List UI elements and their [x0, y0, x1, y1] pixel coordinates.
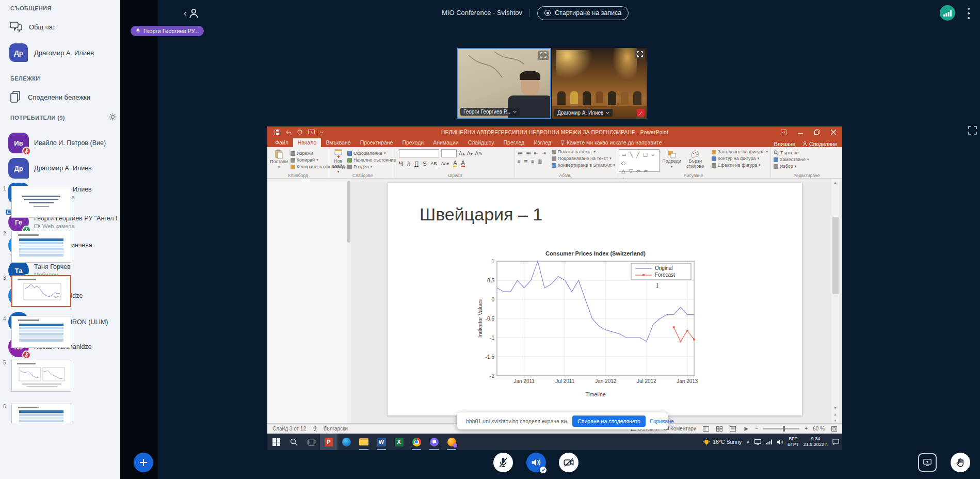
presentation-fullscreen-button[interactable] [968, 126, 977, 137]
audio-button[interactable] [526, 453, 546, 472]
shape-fill-button[interactable]: Запълване на фигура ▾ [712, 149, 768, 154]
reset-button[interactable]: Начално състояние [347, 157, 396, 163]
columns-button[interactable]: ▥ [537, 158, 542, 164]
strikethrough-button[interactable]: S [423, 161, 426, 167]
taskbar-app-excel[interactable]: X [390, 434, 408, 450]
zoom-slider-thumb[interactable] [783, 426, 785, 432]
qat-dropdown-icon[interactable] [320, 131, 324, 134]
action-center-icon[interactable] [832, 439, 839, 445]
webcam-dragomir[interactable]: ⁄ Драгомир А. Илиев [552, 48, 647, 119]
scrollbar-thumb[interactable] [347, 181, 350, 243]
new-slide-button[interactable]: Нов слайд ▾ [332, 149, 345, 173]
ppt-tab-2[interactable]: Вмъкване [321, 138, 355, 147]
indent-increase-button[interactable]: ⇥ [541, 150, 545, 156]
shrink-font-button[interactable]: А▾ [467, 151, 473, 156]
volume-icon[interactable] [777, 439, 783, 445]
user-list-item[interactable]: Ив Ивайло И. Петров (Вие) [0, 131, 120, 155]
taskbar-app-explorer[interactable] [355, 434, 373, 450]
slide-thumbnail-6[interactable] [11, 404, 71, 423]
scroll-up-icon[interactable]: ▲ [833, 181, 837, 184]
slide-thumbnail-3-selected[interactable] [11, 275, 71, 307]
restore-icon[interactable] [814, 130, 820, 135]
font-size-input[interactable] [441, 149, 457, 157]
next-slide-icon[interactable]: ▼ [833, 419, 837, 422]
webcam-fullscreen-button[interactable] [538, 51, 549, 60]
slide-sorter-button[interactable] [715, 425, 724, 433]
layout-button[interactable]: Оформление ▾ [347, 151, 396, 156]
fit-to-window-button[interactable] [830, 425, 838, 433]
taskbar-clock[interactable]: 9:34 21.5.2022 г. [804, 436, 828, 448]
align-right-button[interactable]: ≡ [531, 158, 534, 164]
replace-button[interactable]: Заместване ▾ [774, 157, 809, 162]
select-button[interactable]: Избор ▾ [774, 164, 809, 169]
zoom-in-button[interactable]: + [805, 426, 808, 432]
redo-icon[interactable] [297, 129, 303, 135]
normal-view-button[interactable] [702, 425, 710, 433]
previous-slide-icon[interactable]: ▲ [833, 412, 837, 416]
align-text-button[interactable]: Подравняване на текст ▾ [552, 156, 615, 161]
raise-hand-button[interactable] [951, 453, 970, 472]
change-case-button[interactable]: Аа▾ [441, 161, 449, 166]
ribbon-options-icon[interactable] [781, 130, 786, 135]
webcam-name-dropdown[interactable]: Драгомир А. Илиев [554, 109, 613, 117]
comments-toggle[interactable]: Коментари [664, 426, 697, 432]
shape-outline-button[interactable]: Контур на фигура ▾ [712, 156, 768, 161]
manage-users-button[interactable] [109, 113, 117, 123]
toggle-userlist-button[interactable]: ‹ [184, 8, 199, 19]
slide-thumbnail-4[interactable] [11, 316, 71, 348]
restore-presentation-button[interactable] [918, 453, 937, 472]
ppt-tab-3[interactable]: Проектиране [356, 138, 398, 147]
sign-in-button[interactable]: Влизане [774, 141, 795, 147]
find-button[interactable]: Търсене [774, 150, 809, 155]
ppt-tab-7[interactable]: Преглед [499, 138, 529, 147]
taskbar-search-button[interactable] [285, 434, 302, 450]
ppt-tab-4[interactable]: Преходи [397, 138, 428, 147]
hidden-icons-button[interactable]: ∧ [746, 439, 750, 444]
webcam-georgi[interactable]: Георги Георгиев Р... [457, 48, 551, 119]
underline-button[interactable]: П [414, 161, 419, 167]
network-icon[interactable] [766, 439, 772, 444]
taskbar-app-viber[interactable] [425, 434, 443, 450]
slideshow-view-button[interactable] [742, 425, 750, 433]
user-list-item[interactable]: Др Драгомир А. Илиев [0, 156, 120, 181]
scrollbar-thumb[interactable] [832, 217, 839, 294]
connection-status-button[interactable] [940, 5, 955, 21]
accessibility-icon[interactable] [311, 425, 319, 433]
options-menu-button[interactable] [965, 7, 973, 20]
ppt-tab-8[interactable]: Изглед [529, 138, 556, 147]
section-button[interactable]: Раздел ▾ [347, 164, 396, 169]
tab-tell-me[interactable]: Кажете ми какво искате да направите [556, 138, 666, 147]
taskbar-app-edge[interactable] [338, 434, 355, 450]
smartart-button[interactable]: Конвертиране в SmartArt ▾ [552, 163, 615, 168]
font-color-button[interactable]: А [461, 159, 464, 167]
zoom-out-button[interactable]: − [756, 426, 759, 432]
taskbar-app-word[interactable]: W [373, 434, 390, 450]
zoom-slider[interactable] [763, 428, 799, 429]
task-view-button[interactable] [302, 434, 320, 450]
taskbar-app-chrome[interactable] [408, 434, 425, 450]
text-direction-button[interactable]: Посока на текст ▾ [552, 149, 615, 154]
ppt-tab-0[interactable]: Файл [270, 138, 293, 147]
start-button[interactable] [267, 434, 285, 450]
zoom-level[interactable]: 60 % [813, 426, 825, 432]
font-name-input[interactable] [399, 149, 439, 157]
slide-thumbnail-2[interactable] [11, 231, 71, 263]
align-left-button[interactable]: ≡ [518, 158, 521, 164]
hide-share-bar-button[interactable]: Скриване [650, 418, 674, 424]
start-recording-button[interactable]: Стартиране на записа [537, 6, 629, 20]
weather-widget[interactable]: 16°C Sunny [703, 438, 742, 445]
shapes-gallery[interactable]: ▭ ╲ ╱ ▢ ○ ◇ △ ▽ ⇦ ⇨ ☆ ○ [619, 149, 660, 172]
webcam-name-dropdown[interactable]: Георги Георгиев Р... [460, 108, 520, 116]
align-center-button[interactable]: ≣ [524, 158, 528, 164]
display-icon[interactable] [754, 439, 761, 445]
thumbnail-scrollbar[interactable] [347, 179, 351, 423]
reading-view-button[interactable] [729, 425, 737, 433]
taskbar-app-powerpoint[interactable]: P [320, 434, 338, 450]
grow-font-button[interactable]: А▴ [459, 151, 465, 156]
char-spacing-button[interactable]: АВ̲ [430, 161, 437, 166]
sidebar-item-public-chat[interactable]: Общ чат [0, 18, 120, 36]
share-webcam-button[interactable] [559, 453, 579, 472]
minimize-icon[interactable] [798, 130, 803, 135]
bullets-button[interactable]: ≔ [518, 150, 523, 156]
italic-button[interactable]: К [407, 161, 410, 167]
